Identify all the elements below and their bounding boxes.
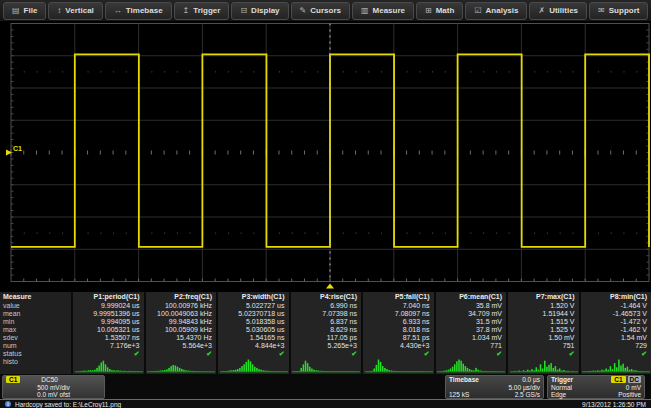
- measure-row-label-num: num: [0, 342, 71, 350]
- measure-cell-p1-max: 10.005321 us: [71, 326, 144, 334]
- histogram-p3: [219, 358, 289, 374]
- menu-item-label: Vertical: [65, 6, 93, 15]
- trigger-coupling-badge: DC: [628, 376, 641, 383]
- status-pass-icon: ✔: [569, 350, 575, 357]
- timebase-descriptor-box[interactable]: Timebase 0.0 µs 5.00 µs/div 125 kS 2.5 G…: [445, 375, 544, 399]
- measure-cell-p7-num: 751: [506, 342, 579, 350]
- measure-cell-p6-max: 37.8 mV: [434, 326, 507, 334]
- measure-row-label-status: status: [0, 350, 71, 358]
- measure-cell-p4-header[interactable]: P4:rise(C1): [289, 292, 362, 302]
- menu-item-label: Measure: [373, 6, 405, 15]
- menu-item-support[interactable]: ✉Support: [589, 2, 648, 20]
- measure-cell-p2-num: 5.564e+3: [144, 342, 217, 350]
- measure-cell-p8-min: -1.472 V: [579, 318, 651, 326]
- status-datetime: 9/13/2012 1:26:50 PM: [582, 401, 646, 408]
- measure-row-label-max: max: [0, 326, 71, 334]
- calculator-icon: ⊞: [425, 6, 432, 15]
- status-message: Hardcopy saved to: E:\LeCroy11.png: [15, 401, 582, 408]
- measure-cell-p3-status: ✔: [216, 350, 289, 358]
- measure-cell-p6-sdev: 1.034 mV: [434, 334, 507, 342]
- info-icon: i: [5, 401, 11, 407]
- measure-cell-p7-histo: [506, 358, 579, 374]
- monitor-icon: ⊟: [240, 6, 247, 15]
- measure-cell-p1-histo: [71, 358, 144, 374]
- measure-cell-p5-status: ✔: [361, 350, 434, 358]
- menu-item-cursors[interactable]: ✎Cursors: [291, 2, 350, 20]
- measure-cell-p2-header[interactable]: P2:freq(C1): [144, 292, 217, 302]
- measure-cell-p7-max: 1.525 V: [506, 326, 579, 334]
- measure-cell-p4-max: 8.629 ns: [289, 326, 362, 334]
- measure-cell-p5-num: 4.430e+3: [361, 342, 434, 350]
- measure-cell-p3-min: 5.018358 us: [216, 318, 289, 326]
- histogram-p8: [581, 358, 651, 374]
- measure-cell-p8-max: -1.462 V: [579, 326, 651, 334]
- measure-cell-p3-sdev: 1.54165 ns: [216, 334, 289, 342]
- measure-cell-p7-header[interactable]: P7:max(C1): [506, 292, 579, 302]
- menu-item-analysis[interactable]: ☑Analysis: [465, 2, 527, 20]
- menu-item-measure[interactable]: ▥Measure: [352, 2, 414, 20]
- cursor-pencil-icon: ✎: [300, 6, 307, 15]
- measure-cell-p5-value: 7.040 ns: [361, 302, 434, 310]
- trigger-label: Trigger: [551, 376, 573, 384]
- status-pass-icon: ✔: [641, 350, 647, 357]
- measure-cell-p6-header[interactable]: P6:mean(C1): [434, 292, 507, 302]
- measure-cell-p8-header[interactable]: P8:min(C1): [579, 292, 651, 302]
- menu-item-display[interactable]: ⊟Display: [231, 2, 288, 20]
- menu-item-label: Utilities: [549, 6, 578, 15]
- bottom-panel: C1 DC50 500 mV/div 0.0 mV ofst Timebase …: [0, 374, 651, 400]
- trigger-descriptor-box[interactable]: Trigger C1 DC Normal 0 mV Edge Positive: [547, 375, 645, 399]
- menu-item-trigger[interactable]: ↥Trigger: [174, 2, 230, 20]
- channel-c1-grid-label[interactable]: C1: [13, 145, 22, 152]
- menu-item-file[interactable]: ▤File: [3, 2, 46, 20]
- measure-cell-p4-value: 6.990 ns: [289, 302, 362, 310]
- menu-bar: ▤File↕Vertical↔Timebase↥Trigger⊟Display✎…: [0, 0, 651, 22]
- measure-cell-p6-status: ✔: [434, 350, 507, 358]
- timebase-samples: 125 kS: [449, 391, 469, 399]
- channel-c1-badge: C1: [6, 376, 20, 383]
- measure-row-label-min: min: [0, 318, 71, 326]
- measure-cell-p6-value: 35.8 mV: [434, 302, 507, 310]
- measure-cell-p3-num: 4.844e+3: [216, 342, 289, 350]
- measure-cell-p5-histo: [361, 358, 434, 374]
- menu-item-vertical[interactable]: ↕Vertical: [48, 2, 102, 20]
- trigger-type: Edge: [551, 391, 566, 399]
- measure-cell-p8-sdev: 1.54 mV: [579, 334, 651, 342]
- measure-cell-p2-histo: [144, 358, 217, 374]
- measure-cell-p3-header[interactable]: P3:width(C1): [216, 292, 289, 302]
- measure-cell-p7-sdev: 1.50 mV: [506, 334, 579, 342]
- menu-item-label: File: [24, 6, 38, 15]
- channel-offset: 0.0 mV ofst: [37, 391, 70, 399]
- timebase-label: Timebase: [449, 376, 479, 384]
- scope-display-area: C1: [0, 22, 651, 292]
- trigger-slope: Positive: [618, 391, 641, 399]
- trigger-source-badge: C1: [611, 376, 625, 383]
- status-pass-icon: ✔: [279, 350, 285, 357]
- measure-cell-p5-header[interactable]: P5:fall(C1): [361, 292, 434, 302]
- measure-cell-p6-num: 771: [434, 342, 507, 350]
- measure-cell-p7-min: 1.515 V: [506, 318, 579, 326]
- measure-cell-p1-header[interactable]: P1:period(C1): [71, 292, 144, 302]
- measure-cell-p3-value: 5.022727 us: [216, 302, 289, 310]
- measure-cell-p3-histo: [216, 358, 289, 374]
- measure-cell-p2-max: 100.05909 kHz: [144, 326, 217, 334]
- menu-item-utilities[interactable]: ✗Utilities: [529, 2, 587, 20]
- menu-item-math[interactable]: ⊞Math: [416, 2, 463, 20]
- menu-item-label: Analysis: [486, 6, 519, 15]
- measure-cell-p6-mean: 34.709 mV: [434, 310, 507, 318]
- measure-cell-p2-min: 99.94843 kHz: [144, 318, 217, 326]
- menu-item-label: Trigger: [193, 6, 220, 15]
- measure-cell-p8-status: ✔: [579, 350, 651, 358]
- measure-cell-p5-sdev: 87.51 ps: [361, 334, 434, 342]
- measure-cell-p1-value: 9.999024 us: [71, 302, 144, 310]
- histogram-p5: [364, 358, 434, 374]
- histogram-p2: [146, 358, 216, 374]
- trigger-position-marker[interactable]: [326, 284, 334, 289]
- measure-cell-p4-status: ✔: [289, 350, 362, 358]
- menu-item-label: Timebase: [126, 6, 163, 15]
- menu-item-timebase[interactable]: ↔Timebase: [105, 2, 172, 20]
- status-pass-icon: ✔: [134, 350, 140, 357]
- speech-bubble-icon: ✉: [598, 6, 605, 15]
- channel-c1-descriptor-box[interactable]: C1 DC50 500 mV/div 0.0 mV ofst: [2, 375, 105, 399]
- status-pass-icon: ✔: [206, 350, 212, 357]
- timebase-delay: 0.0 µs: [522, 376, 540, 384]
